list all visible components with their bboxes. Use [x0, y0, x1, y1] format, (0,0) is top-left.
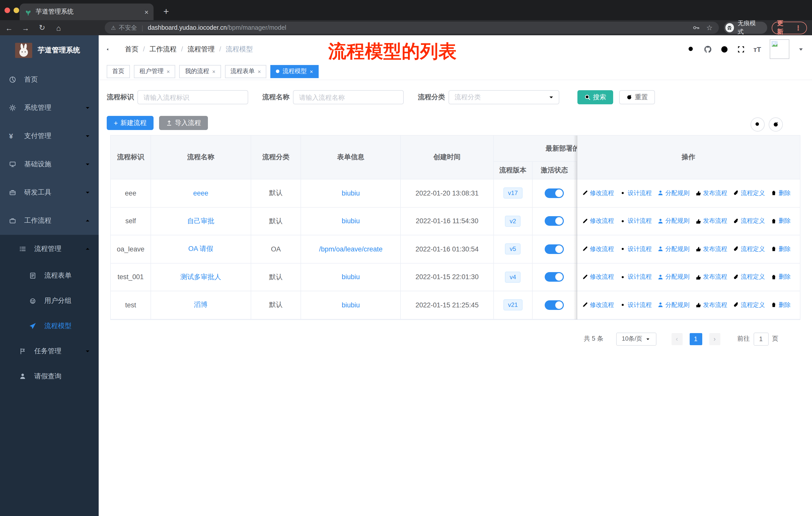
sidebar-item-devtools[interactable]: 研发工具 — [0, 179, 99, 207]
sidebar-item-infra[interactable]: 基础设施 — [0, 150, 99, 179]
new-tab-button[interactable]: + — [159, 4, 173, 19]
bookmark-star-icon[interactable]: ☆ — [706, 24, 713, 32]
tag-close-icon[interactable]: × — [310, 68, 313, 74]
tag-my-process[interactable]: 我的流程× — [179, 65, 221, 78]
action-assign-link[interactable]: 分配规则 — [657, 189, 689, 197]
sidebar-item-home[interactable]: 首页 — [0, 65, 99, 94]
breadcrumb-process-mgmt[interactable]: 流程管理 — [187, 45, 215, 54]
action-edit-link[interactable]: 修改流程 — [582, 217, 614, 225]
active-toggle[interactable] — [545, 300, 564, 310]
action-design-link[interactable]: 设计流程 — [619, 245, 652, 253]
action-assign-link[interactable]: 分配规则 — [657, 245, 689, 253]
sidebar-item-system[interactable]: 系统管理 — [0, 94, 99, 122]
update-button[interactable]: 更新 ⋮ — [772, 21, 807, 34]
browser-menu-icon[interactable]: ⋮ — [795, 24, 802, 31]
import-process-button[interactable]: 导入流程 — [159, 116, 208, 130]
process-name-input[interactable] — [293, 90, 404, 104]
process-category-select[interactable]: 流程分类 — [448, 90, 559, 104]
goto-page-input[interactable] — [753, 332, 768, 346]
prev-page-button[interactable]: ‹ — [671, 333, 683, 345]
action-assign-link[interactable]: 分配规则 — [657, 217, 689, 225]
avatar[interactable] — [770, 39, 789, 59]
github-icon[interactable] — [703, 45, 712, 53]
action-publish-link[interactable]: 发布流程 — [695, 189, 727, 197]
sidebar-item-task-mgmt[interactable]: 任务管理 — [0, 338, 99, 364]
sidebar-item-process-form[interactable]: 流程表单 — [0, 263, 99, 288]
close-window-button[interactable] — [4, 7, 10, 13]
toggle-search-button[interactable] — [751, 117, 765, 132]
sidebar-item-workflow[interactable]: 工作流程 — [0, 207, 99, 235]
action-design-link[interactable]: 设计流程 — [619, 301, 652, 309]
tag-process-model[interactable]: 流程模型× — [270, 65, 319, 78]
reload-button[interactable]: ↻ — [38, 23, 46, 32]
active-toggle[interactable] — [545, 188, 564, 198]
action-design-link[interactable]: 设计流程 — [619, 189, 652, 197]
action-design-link[interactable]: 设计流程 — [619, 273, 652, 281]
tab-close-icon[interactable]: × — [144, 8, 148, 16]
form-info-link[interactable]: /bpm/oa/leave/create — [319, 245, 383, 253]
action-edit-link[interactable]: 修改流程 — [582, 245, 614, 253]
action-definition-link[interactable]: 流程定义 — [733, 301, 765, 309]
action-definition-link[interactable]: 流程定义 — [733, 189, 765, 197]
action-publish-link[interactable]: 发布流程 — [695, 217, 727, 225]
form-info-link[interactable]: biubiu — [342, 301, 360, 309]
sidebar-item-user-group[interactable]: 用户分组 — [0, 288, 99, 314]
tag-close-icon[interactable]: × — [212, 68, 215, 74]
process-name-link[interactable]: eeee — [193, 189, 208, 197]
form-info-link[interactable]: biubiu — [342, 189, 360, 197]
create-process-button[interactable]: + 新建流程 — [107, 116, 153, 130]
process-name-link[interactable]: 测试多审批人 — [180, 273, 221, 282]
sidebar-item-leave-query[interactable]: 请假查询 — [0, 364, 99, 389]
action-edit-link[interactable]: 修改流程 — [582, 301, 614, 309]
breadcrumb-home[interactable]: 首页 — [125, 45, 139, 54]
browser-tab[interactable]: 芋道管理系统 × — [20, 3, 153, 20]
action-publish-link[interactable]: 发布流程 — [695, 273, 727, 281]
avatar-caret-icon[interactable] — [798, 46, 804, 52]
form-info-link[interactable]: biubiu — [342, 217, 360, 225]
refresh-table-button[interactable] — [769, 117, 783, 132]
action-publish-link[interactable]: 发布流程 — [695, 301, 727, 309]
font-size-icon[interactable]: тT — [753, 45, 761, 53]
search-button[interactable]: 搜索 — [577, 90, 613, 104]
action-edit-link[interactable]: 修改流程 — [582, 273, 614, 281]
fullscreen-icon[interactable] — [737, 45, 745, 53]
action-publish-link[interactable]: 发布流程 — [695, 245, 727, 253]
action-design-link[interactable]: 设计流程 — [619, 217, 652, 225]
back-button[interactable]: ← — [5, 23, 13, 32]
forward-button[interactable]: → — [22, 23, 30, 32]
sidebar-item-process-mgmt[interactable]: 流程管理 — [0, 235, 99, 263]
process-name-link[interactable]: OA 请假 — [188, 245, 213, 254]
sidebar-item-payment[interactable]: ¥ 支付管理 — [0, 122, 99, 150]
key-icon[interactable] — [693, 24, 700, 31]
sidebar-item-process-model[interactable]: 流程模型 — [0, 314, 99, 338]
action-delete-link[interactable]: 删除 — [771, 273, 791, 281]
search-icon[interactable] — [687, 45, 695, 53]
reset-button[interactable]: 重置 — [619, 90, 655, 104]
action-edit-link[interactable]: 修改流程 — [582, 189, 614, 197]
tag-close-icon[interactable]: × — [167, 68, 170, 74]
process-name-link[interactable]: 滔博 — [194, 301, 207, 310]
minimize-window-button[interactable] — [13, 7, 19, 13]
active-toggle[interactable] — [545, 272, 564, 282]
action-assign-link[interactable]: 分配规则 — [657, 301, 689, 309]
home-button[interactable]: ⌂ — [55, 23, 63, 32]
active-toggle[interactable] — [545, 244, 564, 254]
collapse-sidebar-icon[interactable] — [106, 45, 114, 53]
form-info-link[interactable]: biubiu — [342, 273, 360, 281]
action-definition-link[interactable]: 流程定义 — [733, 217, 765, 225]
current-page-button[interactable]: 1 — [689, 333, 702, 345]
action-delete-link[interactable]: 删除 — [771, 245, 791, 253]
tag-process-form[interactable]: 流程表单× — [225, 65, 266, 78]
breadcrumb-workflow[interactable]: 工作流程 — [149, 45, 177, 54]
process-key-input[interactable] — [138, 90, 248, 104]
action-assign-link[interactable]: 分配规则 — [657, 273, 689, 281]
page-size-select[interactable]: 10条/页 — [616, 332, 656, 346]
action-delete-link[interactable]: 删除 — [771, 189, 791, 197]
action-definition-link[interactable]: 流程定义 — [733, 273, 765, 281]
action-delete-link[interactable]: 删除 — [771, 301, 791, 309]
process-name-link[interactable]: 自己审批 — [187, 217, 214, 226]
help-icon[interactable] — [720, 45, 728, 53]
action-definition-link[interactable]: 流程定义 — [733, 245, 765, 253]
tag-close-icon[interactable]: × — [258, 68, 261, 74]
tag-tenant[interactable]: 租户管理× — [134, 65, 175, 78]
